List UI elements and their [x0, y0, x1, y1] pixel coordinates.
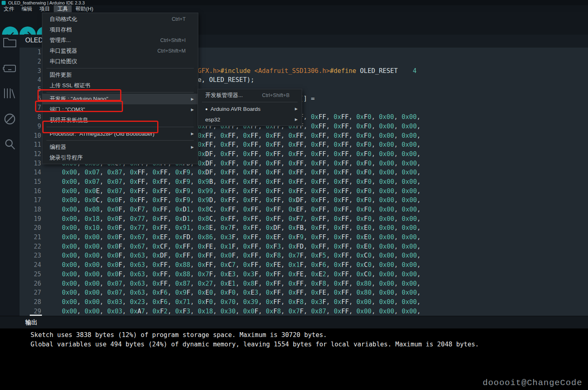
tools-menu-item-11[interactable]: 编程器▶ [42, 142, 198, 152]
board-icon [3, 62, 17, 74]
tools-menu-item-1[interactable]: 项目存档 [42, 24, 198, 35]
code-line-24: 240x00, 0x00, 0x0F, 0x63, 0xFF, 0x88, 0x… [20, 260, 588, 270]
menubar-item-3[interactable]: 工具 [54, 5, 72, 12]
code-text: 0x00, 0x00, 0x0F, 0x67, 0xEF, 0xFD, 0x86… [62, 234, 421, 241]
circle-slash-icon [3, 112, 16, 126]
code-text: 0x00, 0x18, 0x0F, 0x77, 0xFF, 0xD1, 0x8C… [62, 215, 421, 223]
board-submenu-item-1[interactable]: ●Arduino AVR Boards▶ [198, 104, 302, 114]
tools-menu-item-4[interactable]: 串口绘图仪 [42, 56, 198, 67]
annotation-box-processor [42, 121, 158, 133]
line-number: 9 [20, 123, 41, 130]
shortcut-label: Ctrl+Shift+B [262, 93, 290, 98]
code-line-29: 290x00, 0x00, 0x03, 0xA7, 0xF2, 0xF3, 0x… [20, 306, 588, 316]
tools-menu-label: 项目存档 [50, 26, 186, 33]
search-icon [3, 138, 16, 151]
library-icon [3, 87, 17, 100]
line-number: 10 [20, 132, 41, 139]
shortcut-label: Ctrl+Shift+I [160, 37, 186, 43]
line-number: 8 [20, 113, 41, 121]
annotation-box-port [35, 101, 123, 112]
selected-bullet-icon: ● [205, 107, 208, 111]
code-text: 0x00, 0x0E, 0x07, 0xFF, 0xFF, 0xF9, 0x99… [62, 187, 421, 195]
code-line-27: 270x00, 0x00, 0x07, 0x63, 0xF6, 0x9F, 0x… [20, 288, 588, 297]
code-line-26: 260x00, 0x00, 0x07, 0x63, 0xFF, 0x87, 0x… [20, 279, 588, 288]
menu-bar: 文件编辑项目工具帮助(H) [0, 5, 588, 12]
board-submenu-label: 开发板管理器... [205, 92, 257, 99]
output-tab[interactable]: 输出 [25, 319, 37, 326]
code-text: 0x00, 0x00, 0x07, 0x63, 0xF6, 0x9F, 0xE0… [62, 289, 421, 296]
code-text: 0x00, 0x00, 0x03, 0xA7, 0xF2, 0xF3, 0x18… [62, 308, 421, 315]
title-bar: OLED_featherwing | Arduino IDE 2.3.3 [0, 0, 588, 5]
tools-menu-item-12[interactable]: 烧录引导程序 [42, 152, 198, 163]
code-line-16: 160x00, 0x0E, 0x07, 0xFF, 0xFF, 0xF9, 0x… [20, 186, 588, 196]
activitybar-sketchbook[interactable] [0, 36, 20, 48]
output-console[interactable]: Sketch uses 3838 bytes (12%) of program … [0, 328, 588, 390]
tools-menu-item-3[interactable]: 串口监视器Ctrl+Shift+M [42, 46, 198, 56]
line-number: 26 [20, 280, 41, 287]
line-number: 22 [20, 243, 41, 250]
arduino-ide-window: OLED_featherwing | Arduino IDE 2.3.3 文件编… [0, 0, 588, 390]
board-submenu: 开发板管理器...Ctrl+Shift+B●Arduino AVR Boards… [197, 89, 302, 126]
code-text: 0x00, 0x08, 0x0F, 0xF7, 0xFF, 0xD1, 0x8C… [62, 206, 421, 213]
window-title: OLED_featherwing | Arduino IDE 2.3.3 [8, 0, 85, 5]
line-number: 12 [20, 150, 41, 158]
tools-menu-label: 串口绘图仪 [50, 58, 186, 65]
activitybar-boards-manager[interactable] [0, 62, 20, 74]
tools-menu-label: 编程器 [50, 143, 186, 151]
code-text: 0x00, 0x00, 0x03, 0x23, 0xF6, 0x71, 0xF0… [62, 298, 421, 306]
code-text: 0x00, 0x00, 0x0F, 0x63, 0xFF, 0x88, 0x7F… [62, 271, 421, 278]
line-number: 20 [20, 224, 41, 231]
line-number: 25 [20, 271, 41, 278]
menubar-item-0[interactable]: 文件 [0, 5, 18, 12]
board-submenu-item-0[interactable]: 开发板管理器...Ctrl+Shift+B [198, 90, 302, 101]
submenu-arrow-icon: ▶ [190, 108, 194, 112]
shortcut-label: Ctrl+Shift+M [158, 48, 186, 54]
watermark: dooooit@ChangeCode [483, 378, 582, 388]
menubar-item-4[interactable]: 帮助(H) [72, 5, 97, 12]
menu-divider [46, 140, 194, 141]
code-line-20: 200x00, 0x10, 0x0F, 0x77, 0xFF, 0x91, 0x… [20, 223, 588, 233]
console-line-0: Sketch uses 3838 bytes (12%) of program … [0, 331, 588, 340]
activitybar-search[interactable] [0, 138, 20, 151]
submenu-arrow-icon: ▶ [190, 145, 194, 149]
line-number: 24 [20, 261, 41, 269]
code-line-28: 280x00, 0x00, 0x03, 0x23, 0xF6, 0x71, 0x… [20, 297, 588, 307]
line-number: 2 [20, 58, 41, 65]
code-text: 0x00, 0x00, 0x07, 0x63, 0xFF, 0x87, 0x27… [62, 280, 421, 287]
submenu-arrow-icon: ▶ [294, 107, 298, 111]
tools-menu-item-0[interactable]: 自动格式化Ctrl+T [42, 14, 198, 24]
line-number: 28 [20, 298, 41, 306]
code-text: 0x00, 0x00, 0x0F, 0x67, 0xCF, 0xFF, 0xFE… [62, 243, 421, 250]
annotation-box-board [37, 89, 121, 101]
line-number: 29 [20, 308, 41, 315]
line-number: 23 [20, 252, 41, 259]
line-number: 4 [20, 76, 41, 84]
tools-menu-item-5[interactable]: 固件更新 [42, 70, 198, 80]
tools-menu-item-2[interactable]: 管理库...Ctrl+Shift+I [42, 35, 198, 46]
board-submenu-item-2[interactable]: esp32▶ [198, 114, 302, 125]
tools-menu-label: 固件更新 [50, 71, 186, 79]
board-submenu-label: esp32 [205, 117, 290, 123]
tools-menu-label: 串口监视器 [50, 47, 152, 55]
activitybar-library-manager[interactable] [0, 87, 20, 100]
menu-divider [202, 102, 298, 102]
line-number: 3 [20, 67, 41, 75]
code-line-18: 180x00, 0x08, 0x0F, 0xF7, 0xFF, 0xD1, 0x… [20, 205, 588, 214]
board-submenu-label: Arduino AVR Boards [211, 106, 290, 112]
code-text: 0x00, 0x00, 0x0F, 0x63, 0xFF, 0x88, 0xFF… [62, 261, 421, 269]
submenu-arrow-icon: ▶ [294, 117, 298, 121]
output-panel-header: 输出 [0, 316, 588, 329]
code-line-15: 150x00, 0x07, 0x07, 0xFF, 0xFF, 0xF9, 0x… [20, 177, 588, 187]
menubar-item-2[interactable]: 项目 [36, 5, 54, 12]
tools-menu-label: 管理库... [50, 37, 154, 44]
code-line-23: 230x00, 0x00, 0x0F, 0x63, 0xDF, 0xFF, 0x… [20, 251, 588, 260]
line-number: 17 [20, 196, 41, 204]
console-line-1: Global variables use 494 bytes (24%) of … [0, 340, 588, 349]
code-text: 0x00, 0x00, 0x0F, 0x63, 0xDF, 0xFF, 0xFF… [62, 252, 421, 259]
line-number: 18 [20, 206, 41, 213]
menubar-item-1[interactable]: 编辑 [18, 5, 36, 12]
line-number: 11 [20, 141, 41, 148]
activitybar-debugger[interactable] [0, 112, 20, 126]
code-line-25: 250x00, 0x00, 0x0F, 0x63, 0xFF, 0x88, 0x… [20, 270, 588, 279]
line-number: 1 [20, 48, 41, 56]
